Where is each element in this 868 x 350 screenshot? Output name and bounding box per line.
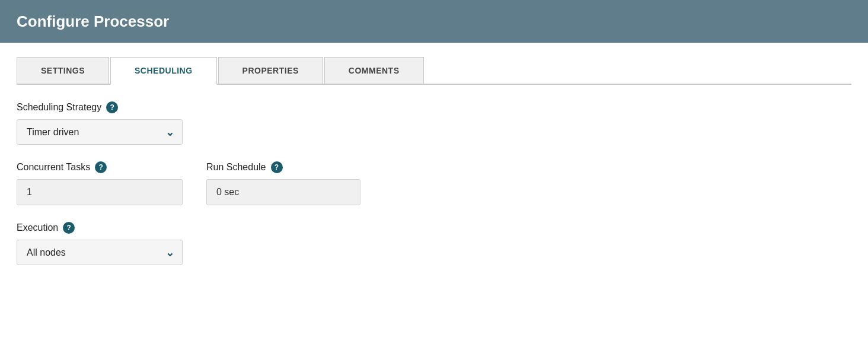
tab-comments[interactable]: COMMENTS xyxy=(324,57,424,84)
scheduling-strategy-help-icon[interactable]: ? xyxy=(106,101,118,113)
concurrent-tasks-label: Concurrent Tasks ? xyxy=(17,161,183,173)
run-schedule-field: Run Schedule ? xyxy=(206,161,360,205)
dialog-title: Configure Processor xyxy=(17,12,169,31)
run-schedule-help-icon[interactable]: ? xyxy=(271,161,283,173)
concurrent-tasks-field: Concurrent Tasks ? xyxy=(17,161,183,205)
scheduling-strategy-section: Scheduling Strategy ? Timer driven CRON … xyxy=(17,101,851,145)
dialog-content: SETTINGS SCHEDULING PROPERTIES COMMENTS … xyxy=(0,43,868,296)
tab-settings[interactable]: SETTINGS xyxy=(17,57,109,84)
tab-properties[interactable]: PROPERTIES xyxy=(218,57,323,84)
dialog-header: Configure Processor xyxy=(0,0,868,43)
execution-select-wrapper: All nodes Primary node ⌄ xyxy=(17,240,183,265)
scheduling-strategy-select[interactable]: Timer driven CRON driven Event driven xyxy=(17,119,183,145)
concurrent-run-section: Concurrent Tasks ? Run Schedule ? xyxy=(17,161,851,205)
scheduling-strategy-select-wrapper: Timer driven CRON driven Event driven ⌄ xyxy=(17,119,183,145)
tab-scheduling[interactable]: SCHEDULING xyxy=(110,57,217,85)
run-schedule-input[interactable] xyxy=(206,179,360,205)
execution-section: Execution ? All nodes Primary node ⌄ xyxy=(17,222,851,265)
concurrent-tasks-help-icon[interactable]: ? xyxy=(95,161,107,173)
concurrent-tasks-input[interactable] xyxy=(17,179,183,205)
execution-help-icon[interactable]: ? xyxy=(63,222,75,234)
execution-label: Execution ? xyxy=(17,222,851,234)
tab-bar: SETTINGS SCHEDULING PROPERTIES COMMENTS xyxy=(17,57,851,85)
execution-select[interactable]: All nodes Primary node xyxy=(17,240,183,265)
scheduling-strategy-label: Scheduling Strategy ? xyxy=(17,101,851,113)
run-schedule-label: Run Schedule ? xyxy=(206,161,360,173)
